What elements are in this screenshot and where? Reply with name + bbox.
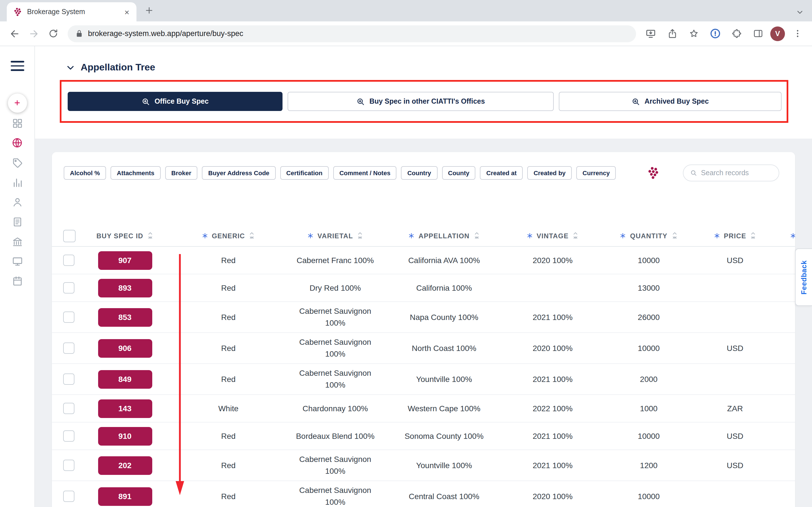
sidebar-item-bank[interactable] bbox=[11, 235, 23, 248]
sidebar-item-tag[interactable] bbox=[11, 157, 23, 169]
monitor-icon bbox=[11, 256, 23, 267]
filter-chip-certification[interactable]: Certification bbox=[280, 166, 328, 180]
sort-icon[interactable] bbox=[573, 231, 579, 240]
select-all-checkbox[interactable] bbox=[63, 230, 75, 242]
buy-spec-id-badge[interactable]: 853 bbox=[98, 308, 152, 327]
main-content: Appellation Tree Office Buy Spec Buy Spe… bbox=[35, 46, 812, 507]
toolbar-actions: V bbox=[642, 24, 806, 43]
sidebar-item-grid[interactable] bbox=[11, 117, 23, 129]
buy-spec-id-badge[interactable]: 202 bbox=[98, 456, 152, 474]
archived-buy-spec-button[interactable]: Archived Buy Spec bbox=[559, 92, 781, 111]
side-panel-button[interactable] bbox=[749, 24, 767, 43]
row-checkbox[interactable] bbox=[63, 342, 74, 354]
sidebar-item-bar-chart[interactable] bbox=[11, 176, 23, 189]
browser-menu-button[interactable] bbox=[788, 24, 806, 43]
appellation-tree-header[interactable]: Appellation Tree bbox=[66, 62, 155, 73]
sidebar-item-person[interactable] bbox=[11, 196, 23, 209]
sidebar-item-monitor[interactable] bbox=[11, 255, 23, 268]
bookmark-button[interactable] bbox=[684, 24, 703, 43]
cell-quantity: 10000 bbox=[638, 430, 660, 442]
other-offices-buy-spec-button[interactable]: Buy Spec in other CIATTI's Offices bbox=[288, 92, 554, 111]
row-checkbox[interactable] bbox=[63, 312, 74, 323]
row-checkbox[interactable] bbox=[63, 403, 74, 414]
back-button[interactable] bbox=[6, 24, 24, 43]
person-icon bbox=[11, 196, 23, 208]
buy-spec-id-badge[interactable]: 891 bbox=[98, 487, 152, 506]
search-records-box[interactable] bbox=[683, 165, 779, 181]
cell-generic: Red bbox=[221, 342, 236, 354]
cell-quantity: 10000 bbox=[638, 255, 660, 266]
tag-icon bbox=[11, 157, 23, 168]
chevron-down-icon[interactable] bbox=[796, 8, 804, 16]
sort-icon[interactable] bbox=[671, 231, 677, 240]
reload-button[interactable] bbox=[44, 24, 62, 43]
close-icon[interactable]: × bbox=[122, 7, 132, 17]
buy-spec-id-badge[interactable]: 849 bbox=[98, 370, 152, 388]
table-row: 891RedCabernet Sauvignon 100%Central Coa… bbox=[52, 481, 795, 507]
zoom-plus-icon bbox=[142, 97, 150, 106]
new-tab-button[interactable] bbox=[141, 2, 157, 18]
column-header-vintage: VINTAGE bbox=[501, 227, 604, 244]
search-input[interactable] bbox=[701, 169, 772, 177]
cell-vintage: 2020 100% bbox=[532, 255, 573, 266]
install-app-button[interactable] bbox=[642, 24, 660, 43]
filter-chip-attachments[interactable]: Attachments bbox=[110, 166, 160, 180]
cell-price: USD bbox=[726, 430, 743, 442]
column-header-varietal: VARIETAL bbox=[284, 227, 387, 244]
row-checkbox[interactable] bbox=[63, 431, 74, 442]
table-row: 143WhiteChardonnay 100%Western Cape 100%… bbox=[52, 395, 795, 422]
sidebar-item-globe[interactable] bbox=[11, 137, 23, 149]
buy-spec-id-badge[interactable]: 906 bbox=[98, 339, 152, 357]
buy-spec-id-badge[interactable]: 143 bbox=[98, 399, 152, 418]
sort-icon[interactable] bbox=[147, 231, 153, 240]
browser-tab[interactable]: Brokerage System × bbox=[7, 2, 137, 21]
field-type-icon bbox=[620, 233, 626, 239]
row-checkbox[interactable] bbox=[63, 374, 74, 385]
filter-chip-comment-notes[interactable]: Comment / Notes bbox=[333, 166, 397, 180]
row-checkbox[interactable] bbox=[63, 460, 74, 471]
sort-icon[interactable] bbox=[249, 231, 255, 240]
row-checkbox[interactable] bbox=[63, 255, 74, 266]
buy-spec-id-badge[interactable]: 910 bbox=[98, 427, 152, 445]
filter-chip-buyer-address-code[interactable]: Buyer Address Code bbox=[202, 166, 276, 180]
cell-vintage: 2021 100% bbox=[532, 373, 573, 385]
buy-spec-id-badge[interactable]: 893 bbox=[98, 279, 152, 297]
tab-title: Brokerage System bbox=[27, 8, 117, 16]
cell-quantity: 1200 bbox=[640, 459, 658, 471]
cell-appellation: North Coast 100% bbox=[412, 342, 476, 354]
buy-spec-id-badge[interactable]: 907 bbox=[98, 251, 152, 270]
table-row: 893RedDry Red 100%California 100%13000 bbox=[52, 274, 795, 302]
filter-chip-alcohol[interactable]: Alcohol % bbox=[64, 166, 106, 180]
office-buy-spec-button[interactable]: Office Buy Spec bbox=[68, 92, 283, 111]
filter-chip-currency[interactable]: Currency bbox=[576, 166, 616, 180]
profile-avatar[interactable]: V bbox=[770, 26, 785, 41]
row-checkbox[interactable] bbox=[63, 282, 74, 293]
sidebar-menu-button[interactable] bbox=[10, 61, 24, 71]
extensions-button[interactable] bbox=[727, 24, 746, 43]
sort-icon[interactable] bbox=[473, 231, 479, 240]
annotation-red-box: Office Buy Spec Buy Spec in other CIATTI… bbox=[60, 80, 788, 123]
sidebar-item-document[interactable] bbox=[11, 216, 23, 228]
filter-chip-created-by[interactable]: Created by bbox=[527, 166, 572, 180]
share-button[interactable] bbox=[663, 24, 681, 43]
row-checkbox[interactable] bbox=[63, 491, 74, 502]
cell-varietal: Cabernet Sauvignon 100% bbox=[293, 336, 378, 360]
onepassword-icon bbox=[709, 27, 721, 40]
create-new-button[interactable] bbox=[8, 94, 27, 113]
bank-icon bbox=[11, 236, 23, 247]
field-type-icon bbox=[526, 233, 532, 239]
column-header-generic: GENERIC bbox=[173, 227, 284, 244]
cell-quantity: 1000 bbox=[640, 402, 658, 414]
address-bar[interactable]: brokerage-system.web.app/aperture/buy-sp… bbox=[68, 25, 636, 42]
filter-chip-county[interactable]: County bbox=[442, 166, 476, 180]
cell-quantity: 2000 bbox=[640, 373, 658, 385]
sort-icon[interactable] bbox=[357, 231, 363, 240]
sidebar-item-calendar[interactable] bbox=[11, 275, 23, 287]
filter-chip-broker[interactable]: Broker bbox=[165, 166, 198, 180]
sort-icon[interactable] bbox=[750, 231, 756, 240]
feedback-tab[interactable]: Feedback bbox=[795, 248, 812, 306]
filter-chip-created-at[interactable]: Created at bbox=[480, 166, 523, 180]
cell-varietal: Chardonnay 100% bbox=[303, 402, 368, 414]
onepassword-extension-button[interactable] bbox=[706, 24, 724, 43]
filter-chip-country[interactable]: Country bbox=[401, 166, 437, 180]
